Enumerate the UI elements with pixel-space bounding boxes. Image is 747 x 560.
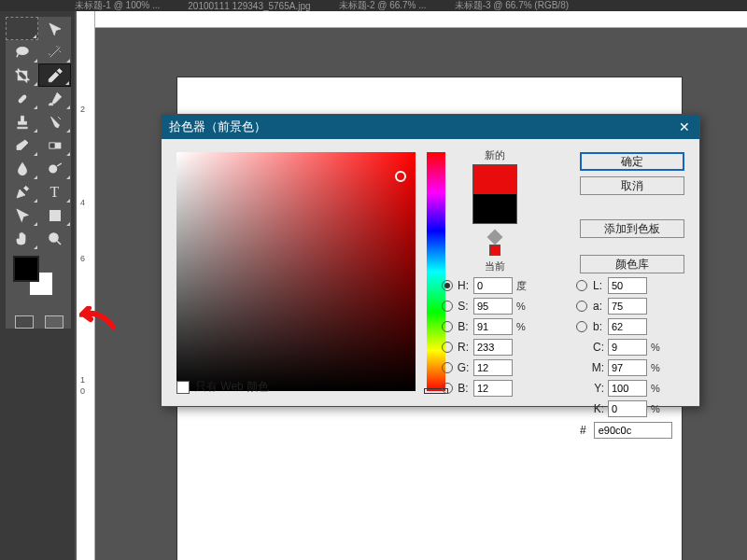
new-color-swatch[interactable] bbox=[473, 165, 516, 194]
picker-cursor-icon bbox=[395, 171, 406, 182]
marquee-tool[interactable] bbox=[6, 17, 38, 40]
label-new: 新的 bbox=[462, 148, 528, 162]
radio-b2[interactable] bbox=[576, 321, 587, 332]
color-picker-dialog: 拾色器（前景色） ✕ 新的 当前 确定 取消 添加到色板 颜色库 bbox=[161, 114, 700, 407]
heal-tool[interactable] bbox=[6, 87, 38, 110]
radio-h[interactable] bbox=[442, 280, 453, 291]
h-input[interactable] bbox=[473, 277, 513, 294]
svg-rect-3 bbox=[49, 143, 55, 148]
zoom-tool[interactable] bbox=[38, 227, 71, 250]
hand-tool[interactable] bbox=[6, 227, 38, 250]
radio-b3[interactable] bbox=[442, 383, 453, 394]
websafe-swatch[interactable] bbox=[489, 245, 500, 256]
svg-rect-5 bbox=[49, 210, 60, 220]
svg-point-6 bbox=[49, 233, 58, 242]
svg-point-4 bbox=[49, 165, 57, 173]
radio-r[interactable] bbox=[442, 342, 453, 353]
dialog-titlebar[interactable]: 拾色器（前景色） ✕ bbox=[162, 115, 699, 139]
gradient-tool[interactable] bbox=[38, 133, 71, 157]
current-color-swatch[interactable] bbox=[473, 194, 516, 223]
rgb-b-input[interactable] bbox=[473, 380, 513, 397]
g-input[interactable] bbox=[473, 359, 513, 376]
stamp-tool[interactable] bbox=[6, 110, 38, 133]
pen-tool[interactable] bbox=[6, 180, 38, 203]
hex-input[interactable] bbox=[594, 422, 672, 439]
color-field[interactable] bbox=[176, 152, 416, 391]
cancel-button[interactable]: 取消 bbox=[580, 176, 684, 195]
gamut-warning-icon[interactable] bbox=[487, 230, 503, 245]
screenmode-icon[interactable] bbox=[45, 315, 63, 329]
dodge-tool[interactable] bbox=[38, 157, 71, 180]
history-brush-tool[interactable] bbox=[38, 110, 71, 133]
y-input[interactable] bbox=[608, 380, 647, 397]
radio-a[interactable] bbox=[576, 301, 587, 312]
eyedropper-tool[interactable] bbox=[38, 63, 71, 87]
crop-tool[interactable] bbox=[6, 63, 38, 87]
lab-b-input[interactable] bbox=[608, 318, 647, 335]
type-tool[interactable]: T bbox=[38, 180, 71, 203]
radio-l[interactable] bbox=[576, 280, 587, 291]
b-input[interactable] bbox=[473, 318, 513, 335]
shape-tool[interactable] bbox=[38, 203, 71, 227]
tab[interactable]: 20100111 129343_5765A.jpg bbox=[188, 1, 310, 11]
wand-tool[interactable] bbox=[38, 40, 71, 63]
web-only-checkbox[interactable] bbox=[176, 381, 190, 394]
document-tabs: 未标题-1 @ 100% ... 20100111 129343_5765A.j… bbox=[0, 0, 747, 11]
path-select-tool[interactable] bbox=[6, 203, 38, 227]
eraser-tool[interactable] bbox=[6, 133, 38, 157]
brush-tool[interactable] bbox=[38, 87, 71, 110]
label-current: 当前 bbox=[462, 259, 528, 273]
lasso-tool[interactable] bbox=[6, 40, 38, 63]
m-input[interactable] bbox=[608, 359, 647, 376]
radio-g[interactable] bbox=[442, 362, 453, 373]
ok-button[interactable]: 确定 bbox=[580, 152, 684, 171]
move-tool[interactable] bbox=[38, 17, 71, 40]
ruler-horizontal bbox=[77, 11, 747, 28]
s-input[interactable] bbox=[473, 298, 513, 315]
dialog-title: 拾色器（前景色） bbox=[169, 119, 266, 135]
l-input[interactable] bbox=[608, 277, 647, 294]
add-swatch-button[interactable]: 添加到色板 bbox=[580, 219, 684, 238]
blur-tool[interactable] bbox=[6, 157, 38, 180]
k-input[interactable] bbox=[608, 400, 647, 417]
quickmask-icon[interactable] bbox=[15, 315, 34, 329]
a-input[interactable] bbox=[608, 298, 647, 315]
close-icon[interactable]: ✕ bbox=[677, 119, 692, 134]
radio-s[interactable] bbox=[442, 301, 453, 312]
svg-point-0 bbox=[17, 47, 28, 54]
radio-b[interactable] bbox=[442, 321, 453, 332]
svg-rect-1 bbox=[18, 94, 25, 102]
ruler-vertical: 2 4 6 8 1 0 bbox=[77, 11, 95, 560]
c-input[interactable] bbox=[608, 339, 647, 356]
r-input[interactable] bbox=[473, 339, 513, 356]
toolbox: T bbox=[6, 17, 71, 329]
color-library-button[interactable]: 颜色库 bbox=[580, 255, 684, 273]
hex-label: # bbox=[580, 424, 586, 437]
foreground-swatch[interactable] bbox=[13, 256, 39, 282]
color-swatches[interactable] bbox=[13, 256, 60, 302]
web-only-label: 只有 Web 颜色 bbox=[195, 379, 269, 395]
